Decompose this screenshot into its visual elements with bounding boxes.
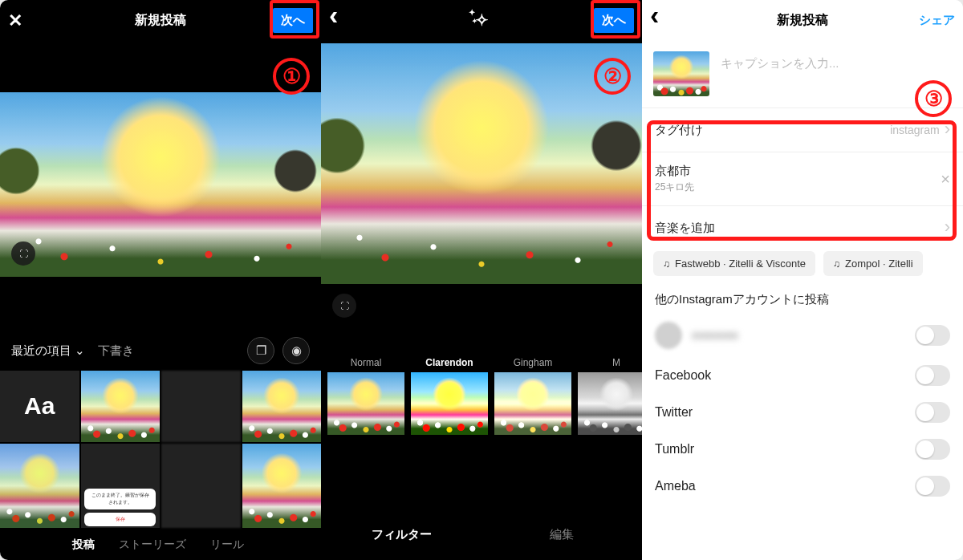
row-label: 京都市 [655,164,694,179]
row-label: 音楽を追加 [655,221,715,236]
post-thumbnail[interactable] [653,51,709,96]
row-tag-people[interactable]: タグ付け instagram [642,108,963,152]
drafts-link[interactable]: 下書き [98,343,134,359]
toggle[interactable] [915,476,950,497]
screen-new-post-select: 新規投稿 次へ 最近の項目 ⌄ 下書き ❐ ◉ Aa このまま終了。練習が保存さ… [0,0,321,560]
annotation-badge-2: ② [594,58,631,95]
tab-edit[interactable]: 編集 [482,509,642,560]
recent-items-dropdown[interactable]: 最近の項目 ⌄ [11,343,85,359]
music-suggestion-chips: Fastwebb · Zitelli & Visconte Zompol · Z… [642,243,963,279]
music-chip[interactable]: Zompol · Zitelli [823,251,923,276]
multi-select-icon[interactable]: ❐ [247,337,274,364]
share-row-twitter[interactable]: Twitter [642,394,963,431]
music-chip[interactable]: Fastwebb · Zitelli & Visconte [653,251,815,276]
row-sublabel: 25キロ先 [655,181,694,194]
header-title: 新規投稿 [642,12,963,29]
screen-share-settings: 新規投稿 シェア キャプションを入力... タグ付け instagram 京都市… [642,0,963,560]
camera-icon[interactable]: ◉ [282,337,310,364]
filter-clarendon[interactable]: Clarendon [411,353,488,435]
row-value: instagram [890,124,939,136]
row-add-music[interactable]: 音楽を追加 [642,205,963,243]
filter-normal[interactable]: Normal [327,353,404,435]
chevron-right-icon [945,120,950,140]
tab-post[interactable]: 投稿 [72,538,95,552]
photo-cell[interactable] [81,371,160,442]
filter-edit-tabs: フィルター 編集 [321,509,642,560]
share-section-heading: 他のInstagramアカウントに投稿 [642,279,963,314]
tab-reel[interactable]: リール [210,538,244,552]
header-bar: 新規投稿 シェア [642,0,963,40]
toggle[interactable] [915,439,950,460]
share-row-tumblr[interactable]: Tumblr [642,431,963,468]
photo-cell[interactable] [161,444,241,529]
back-icon[interactable] [329,10,348,30]
close-icon[interactable] [8,10,27,30]
text-template-cell[interactable]: Aa [0,371,79,442]
tab-stories[interactable]: ストーリーズ [119,538,186,552]
share-target-label: Tumblr [655,442,694,457]
share-button[interactable]: シェア [919,13,955,28]
header-bar: 新規投稿 次へ [0,0,321,40]
row-label: タグ付け [655,123,703,138]
filter-strip[interactable]: Normal Clarendon Gingham M [321,353,642,435]
bottom-mode-tabs: 投稿 ストーリーズ リール [0,530,321,560]
chevron-down-icon: ⌄ [75,343,85,357]
share-target-label: Ameba [655,479,696,493]
header-bar: ✧ 次へ [321,0,642,40]
photo-grid: Aa このまま終了。練習が保存されます。 保存 [0,369,321,530]
row-location[interactable]: 京都市 25キロ先 [642,152,963,205]
caption-input[interactable]: キャプションを入力... [721,51,839,71]
photo-cell[interactable]: このまま終了。練習が保存されます。 保存 [81,444,160,529]
photo-cell[interactable] [0,444,79,529]
screen-filter-edit: ✧ 次へ Normal Clarendon Gingham M フィルター 編集… [321,0,642,560]
toggle[interactable] [915,365,950,386]
library-toolbar: 最近の項目 ⌄ 下書き ❐ ◉ [0,337,321,364]
annotation-badge-3: ③ [915,80,952,117]
expand-icon[interactable] [11,241,35,266]
avatar [655,322,682,349]
toggle[interactable] [915,402,950,423]
next-button[interactable]: 次へ [273,8,313,33]
toggle[interactable] [915,325,950,346]
photo-cell[interactable] [242,444,322,529]
filter-more[interactable]: M [578,353,642,435]
tab-filter[interactable]: フィルター [321,509,482,560]
share-target-label: Twitter [655,405,693,420]
next-button[interactable]: 次へ [594,8,634,33]
annotation-badge-1: ① [273,58,310,95]
clear-location-icon[interactable] [941,170,950,189]
photo-cell[interactable] [161,371,241,442]
magic-wand-icon[interactable]: ✧ [475,11,489,29]
share-row-account[interactable]: ●●●●●● [642,314,963,357]
back-icon[interactable] [650,10,669,30]
filter-gingham[interactable]: Gingham [494,353,571,435]
share-target-label: Facebook [655,368,711,383]
share-row-ameba[interactable]: Ameba [642,468,963,505]
chevron-right-icon [945,217,950,238]
share-row-facebook[interactable]: Facebook [642,357,963,394]
photo-cell[interactable] [242,371,322,442]
expand-icon[interactable] [332,294,356,318]
selected-image-preview[interactable] [0,92,321,277]
